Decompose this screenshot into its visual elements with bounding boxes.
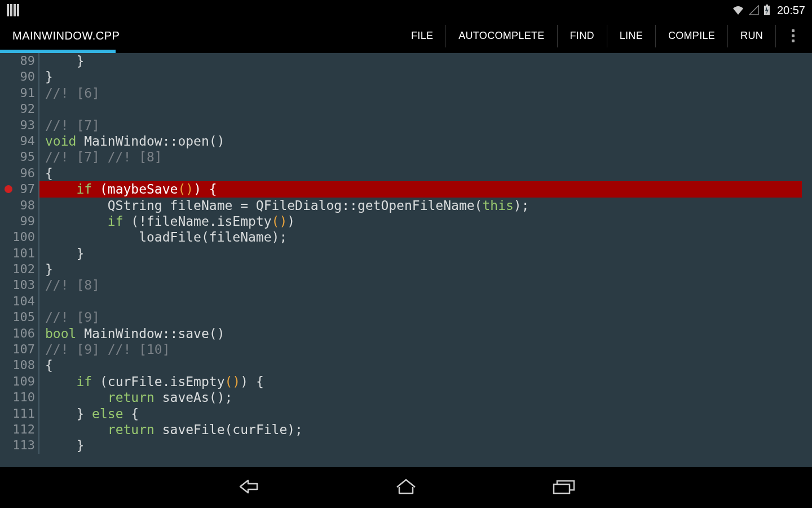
svg-rect-1 [766, 5, 768, 6]
code-line[interactable]: 97 if (maybeSave()) { [0, 181, 812, 197]
code-content[interactable]: } else { [39, 406, 812, 422]
code-content[interactable]: if (maybeSave()) { [39, 181, 812, 197]
code-content[interactable]: //! [6] [39, 85, 812, 101]
gutter-separator [38, 101, 39, 117]
line-number: 111 [0, 406, 38, 422]
code-line[interactable]: 108{ [0, 357, 812, 373]
menu-line[interactable]: LINE [607, 25, 656, 47]
line-number: 109 [0, 374, 38, 389]
menu-autocomplete[interactable]: AUTOCOMPLETE [446, 25, 557, 47]
code-content[interactable]: if (!fileName.isEmpty()) [39, 213, 812, 229]
line-number: 98 [0, 198, 38, 213]
nav-recent-icon[interactable] [547, 475, 581, 498]
code-line[interactable]: 94void MainWindow::open() [0, 133, 812, 149]
code-content[interactable]: void MainWindow::open() [39, 133, 812, 149]
nav-home-icon[interactable] [389, 475, 423, 498]
line-number: 95 [0, 149, 38, 165]
code-line[interactable]: 103//! [8] [0, 277, 812, 293]
status-clock: 20:57 [777, 4, 805, 17]
notification-icon [7, 4, 19, 16]
code-content[interactable]: } [39, 261, 812, 277]
app-toolbar: MAINWINDOW.CPP FILE AUTOCOMPLETE FIND LI… [0, 20, 812, 53]
file-title-tab[interactable]: MAINWINDOW.CPP [12, 29, 120, 42]
code-content[interactable]: QString fileName = QFileDialog::getOpenF… [39, 198, 812, 213]
code-line[interactable]: 109 if (curFile.isEmpty()) { [0, 374, 812, 389]
overflow-menu-icon[interactable] [782, 25, 804, 47]
code-content[interactable]: { [39, 357, 812, 373]
code-content[interactable]: //! [7] //! [8] [39, 149, 812, 165]
line-number: 94 [0, 133, 38, 149]
line-number: 106 [0, 326, 38, 341]
code-line[interactable]: 101 } [0, 246, 812, 261]
code-content[interactable]: { [39, 165, 812, 181]
android-nav-bar [0, 467, 812, 506]
line-number: 91 [0, 85, 38, 101]
line-number: 108 [0, 357, 38, 373]
code-line[interactable]: 93//! [7] [0, 117, 812, 133]
battery-charging-icon [764, 5, 770, 16]
line-number: 99 [0, 213, 38, 229]
code-content[interactable]: //! [9] [39, 309, 812, 325]
line-number: 101 [0, 246, 38, 261]
code-content[interactable]: if (curFile.isEmpty()) { [39, 374, 812, 389]
line-number: 93 [0, 117, 38, 133]
code-line[interactable]: 100 loadFile(fileName); [0, 229, 812, 245]
code-editor[interactable]: 89 }90}91//! [6]9293//! [7]94void MainWi… [0, 53, 812, 467]
code-line[interactable]: 106bool MainWindow::save() [0, 326, 812, 341]
code-content[interactable]: loadFile(fileName); [39, 229, 812, 245]
code-line[interactable]: 99 if (!fileName.isEmpty()) [0, 213, 812, 229]
code-content[interactable]: //! [7] [39, 117, 812, 133]
code-line[interactable]: 105//! [9] [0, 309, 812, 325]
code-line[interactable]: 113 } [0, 437, 812, 453]
code-line[interactable]: 91//! [6] [0, 85, 812, 101]
code-line[interactable]: 110 return saveAs(); [0, 389, 812, 405]
code-content[interactable]: return saveFile(curFile); [39, 422, 812, 437]
code-line[interactable]: 90} [0, 69, 812, 85]
code-content[interactable]: //! [9] //! [10] [39, 341, 812, 357]
code-line[interactable]: 104 [0, 294, 812, 309]
wifi-icon [732, 5, 744, 15]
code-line[interactable]: 107//! [9] //! [10] [0, 341, 812, 357]
android-status-bar: 20:57 [0, 0, 812, 20]
menu-file[interactable]: FILE [399, 25, 446, 47]
line-number: 104 [0, 294, 38, 309]
menu-find[interactable]: FIND [558, 25, 607, 47]
menu-compile[interactable]: COMPILE [656, 25, 728, 47]
code-content[interactable]: } [39, 246, 812, 261]
line-number: 112 [0, 422, 38, 437]
cell-signal-icon [749, 5, 759, 15]
code-content[interactable]: } [39, 69, 812, 85]
code-line[interactable]: 89 } [0, 53, 812, 69]
line-number: 107 [0, 341, 38, 357]
code-line[interactable]: 111 } else { [0, 406, 812, 422]
line-number: 92 [0, 101, 38, 117]
code-line[interactable]: 102} [0, 261, 812, 277]
menu-run[interactable]: RUN [728, 25, 776, 47]
line-number: 89 [0, 53, 38, 69]
line-number: 96 [0, 165, 38, 181]
code-content[interactable]: return saveAs(); [39, 389, 812, 405]
line-number: 113 [0, 437, 38, 453]
line-number: 100 [0, 229, 38, 245]
code-content[interactable]: bool MainWindow::save() [39, 326, 812, 341]
code-content[interactable]: } [39, 437, 812, 453]
svg-rect-2 [554, 484, 570, 493]
code-content[interactable]: } [39, 53, 812, 69]
line-number: 103 [0, 277, 38, 293]
code-line[interactable]: 95//! [7] //! [8] [0, 149, 812, 165]
code-line[interactable]: 92 [0, 101, 812, 117]
breakpoint-icon[interactable] [5, 185, 12, 193]
nav-back-icon[interactable] [231, 475, 265, 498]
code-line[interactable]: 98 QString fileName = QFileDialog::getOp… [0, 198, 812, 213]
line-number: 102 [0, 261, 38, 277]
code-content[interactable]: //! [8] [39, 277, 812, 293]
line-number: 90 [0, 69, 38, 85]
line-number: 110 [0, 389, 38, 405]
gutter-separator [38, 294, 39, 309]
code-line[interactable]: 112 return saveFile(curFile); [0, 422, 812, 437]
code-line[interactable]: 96{ [0, 165, 812, 181]
line-number: 105 [0, 309, 38, 325]
